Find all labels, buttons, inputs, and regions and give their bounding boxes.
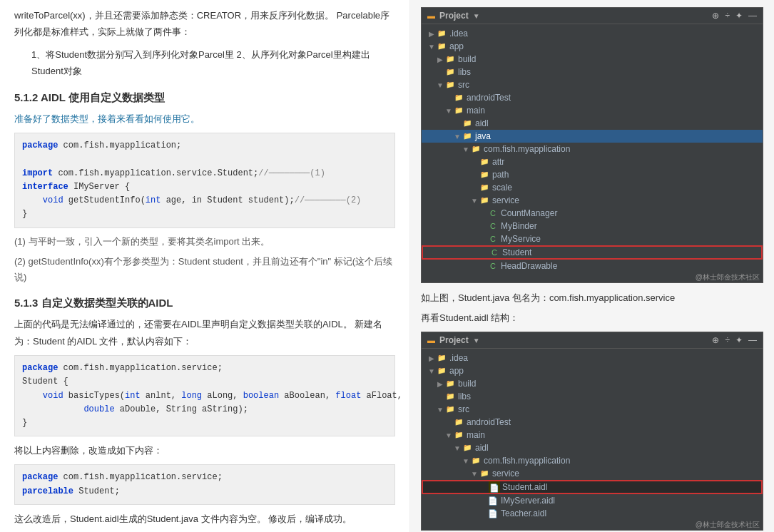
tree-item[interactable]: ▼📁com.fish.myapplication: [422, 143, 763, 155]
right-panel: ▬ Project ▼ ⊕ ÷ ✦ — ▶📁.idea ▼📁app ▶📁buil…: [410, 0, 774, 532]
panel1-title-bar: ▬ Project ▼ ⊕ ÷ ✦ —: [422, 8, 763, 24]
tree-item[interactable]: ▼📁app: [422, 40, 763, 53]
desc3: 这么改造后，Student.aidl生成的Student.java 文件内容为空…: [14, 511, 395, 527]
code-block-1: package com.fish.myapplication; import c…: [14, 133, 395, 227]
tree-item[interactable]: 📁aidl: [422, 117, 763, 130]
tree-item[interactable]: ▼📁aidl: [422, 441, 763, 454]
desc1: 上面的代码是无法编译通过的，还需要在AIDL里声明自定义数据类型关联的AIDL。…: [14, 316, 395, 349]
panel1-title: Project: [439, 11, 469, 21]
tree-item[interactable]: 📄Teacher.aidl: [422, 507, 763, 520]
heading1: 5.1.2 AIDL 使用自定义数据类型: [14, 88, 395, 107]
heading2: 5.1.3 自定义数据类型关联的AIDL: [14, 294, 395, 312]
panel2-watermark: @林士郎金技术社区: [422, 520, 760, 530]
panel2-tree: ▶📁.idea ▼📁app ▶📁build 📁libs ▼📁src 📁andro…: [422, 349, 763, 523]
tree-item[interactable]: 📁attr: [422, 155, 763, 168]
panel1-tool-4[interactable]: —: [748, 11, 757, 21]
panel2-tool-1[interactable]: ⊕: [712, 335, 719, 345]
project2-folder-icon: ▬: [427, 336, 435, 344]
ready-text: 准备好了数据类型，接着来看看如何使用它。: [14, 111, 395, 127]
tree-item[interactable]: CMyBinder: [422, 220, 763, 232]
caption-label: 如上图，Student.java 包名为：com.fish.myapplicat…: [421, 292, 675, 303]
code-block-3: package com.fish.myapplication.service; …: [14, 464, 395, 504]
intro-paragraph: writeToParcel(xx)，并且还需要添加静态类：CREATOR，用来反…: [14, 10, 389, 37]
tree-item[interactable]: ▼📁com.fish.myapplication: [422, 454, 763, 467]
tree-item-student[interactable]: CStudent: [422, 245, 763, 260]
left-panel: writeToParcel(xx)，并且还需要添加静态类：CREATOR，用来反…: [0, 0, 410, 532]
tree-item[interactable]: CMyService: [422, 232, 763, 245]
tree-item-java[interactable]: ▼📁java: [422, 130, 763, 143]
code-block-2: package com.fish.myapplication.service; …: [14, 355, 395, 436]
tree-item[interactable]: ▼📁src: [422, 403, 763, 416]
panel1-tree: ▶📁.idea ▼📁app ▶📁build 📁libs ▼📁src 📁andro…: [422, 24, 763, 275]
panel2-tool-3[interactable]: ✦: [735, 335, 743, 345]
tree-item[interactable]: 📁libs: [422, 390, 763, 403]
panel1-watermark: @林士郎金技术社区: [422, 272, 760, 282]
caption2-text: 再看Student.aidl 结构：: [421, 312, 763, 324]
tree-item[interactable]: 📁scale: [422, 181, 763, 194]
note1: (1) 与平时一致，引入一个新的类型，要将其类名import 出来。: [14, 234, 395, 250]
tree-item[interactable]: ▶📁build: [422, 377, 763, 390]
tree-item[interactable]: ▼📁app: [422, 364, 763, 377]
panel2-tool-2[interactable]: ÷: [725, 335, 730, 345]
panel2-title: Project: [439, 335, 469, 345]
tree-item[interactable]: ▼📁service: [422, 194, 763, 207]
panel1-tool-2[interactable]: ÷: [725, 11, 730, 21]
panel2-dropdown-icon: ▼: [473, 337, 480, 344]
caption-text: 如上图，Student.java 包名为：com.fish.myapplicat…: [421, 292, 763, 305]
tree-item[interactable]: ▼📁main: [422, 429, 763, 441]
note2: (2) getStudentInfo(xx)有个形参类型为：Student st…: [14, 254, 395, 285]
tree-item[interactable]: 📁libs: [422, 66, 763, 78]
panel2-toolbar: ⊕ ÷ ✦ —: [712, 335, 757, 345]
tree-item[interactable]: ▶📁build: [422, 53, 763, 66]
panel2-title-bar: ▬ Project ▼ ⊕ ÷ ✦ —: [422, 332, 763, 349]
panel1-dropdown-icon: ▼: [473, 12, 480, 20]
tree-item[interactable]: ▼📁src: [422, 78, 763, 91]
tree-item[interactable]: ▶📁.idea: [422, 352, 763, 364]
desc2: 将以上内容删除，改造成如下内容：: [14, 442, 395, 459]
point1-label: 1、将Student数据分别写入到序列化对象Parcel里 2、从序列化对象Pa…: [31, 49, 370, 76]
panel1-toolbar: ⊕ ÷ ✦ —: [712, 11, 757, 21]
project-panel-1: ▬ Project ▼ ⊕ ÷ ✦ — ▶📁.idea ▼📁app ▶📁buil…: [421, 7, 763, 283]
tree-item[interactable]: 📁path: [422, 168, 763, 181]
project-panel-2: ▬ Project ▼ ⊕ ÷ ✦ — ▶📁.idea ▼📁app ▶📁buil…: [421, 332, 763, 531]
caption2-label: 再看Student.aidl 结构：: [421, 312, 519, 323]
project-folder-icon: ▬: [427, 11, 435, 20]
panel1-tool-1[interactable]: ⊕: [712, 11, 719, 21]
tree-item[interactable]: CCountManager: [422, 207, 763, 220]
tree-item[interactable]: 📁androidTest: [422, 91, 763, 104]
tree-item[interactable]: ▶📁.idea: [422, 27, 763, 40]
panel2-tool-4[interactable]: —: [748, 335, 757, 345]
tree-item[interactable]: 📄IMyServer.aidl: [422, 494, 763, 507]
intro-text: writeToParcel(xx)，并且还需要添加静态类：CREATOR，用来反…: [14, 7, 395, 41]
tree-item[interactable]: 📁androidTest: [422, 416, 763, 429]
tree-item[interactable]: CHeadDrawable: [422, 260, 763, 272]
panel1-tool-3[interactable]: ✦: [735, 11, 743, 21]
point1-text: 1、将Student数据分别写入到序列化对象Parcel里 2、从序列化对象Pa…: [31, 46, 395, 80]
tree-item[interactable]: ▼📁service: [422, 467, 763, 480]
tree-item-student-aidl[interactable]: 📄Student.aidl: [422, 480, 763, 494]
tree-item[interactable]: ▼📁main: [422, 104, 763, 117]
ready-label: 准备好了数据类型，接着来看看如何使用它。: [14, 113, 200, 124]
